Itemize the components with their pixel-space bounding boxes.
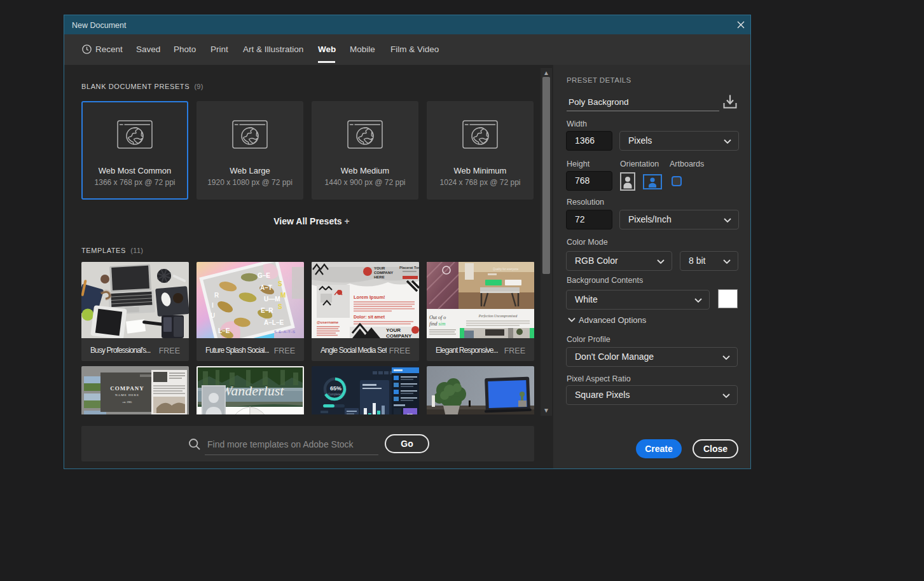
svg-text:FB: FB	[407, 413, 413, 414]
svg-text:S: S	[278, 280, 282, 287]
svg-text:G–E: G–E	[258, 272, 270, 279]
svg-text:@username: @username	[317, 320, 339, 324]
svg-text:est. 1985: est. 1985	[123, 400, 132, 404]
svg-text:YOUR: YOUR	[374, 266, 385, 270]
svg-text:Completed: Completed	[328, 393, 342, 396]
svg-text:HERE: HERE	[374, 275, 385, 279]
svg-text:I: I	[212, 302, 214, 309]
svg-text:M: M	[280, 292, 286, 299]
svg-text:A–T: A–T	[260, 284, 272, 291]
svg-text:R: R	[214, 292, 219, 299]
svg-text:A–L–E: A–L–E	[264, 319, 284, 326]
svg-text:U: U	[210, 312, 215, 319]
svg-text:65%: 65%	[330, 385, 341, 392]
svg-text:Quality for everyone: Quality for everyone	[493, 268, 519, 271]
svg-text:Perfection Uncompromised: Perfection Uncompromised	[478, 314, 518, 318]
svg-text:Wanderlust: Wanderlust	[221, 383, 284, 399]
svg-text:L–E: L–E	[218, 327, 230, 334]
svg-text:find sim: find sim	[429, 321, 446, 327]
svg-text:NAME HERE: NAME HERE	[115, 393, 139, 397]
svg-text:E–R: E–R	[261, 307, 273, 314]
svg-text:Placerat Tortor: Placerat Tortor	[399, 266, 419, 270]
svg-text:U—M: U—M	[264, 296, 280, 303]
svg-text:COMPANY: COMPANY	[374, 271, 393, 275]
svg-text:YOUR: YOUR	[386, 327, 401, 333]
svg-text:S: S	[278, 303, 282, 310]
svg-text:S–E–A–T–S: S–E–A–T–S	[274, 330, 295, 334]
svg-text:COMPANY: COMPANY	[386, 333, 412, 338]
svg-text:COMPANY: COMPANY	[110, 385, 144, 392]
svg-text:Dolor: sit amet: Dolor: sit amet	[354, 315, 385, 319]
svg-text:Lorem Ipsum!: Lorem Ipsum!	[354, 294, 385, 300]
svg-text:Out of o: Out of o	[429, 315, 446, 320]
